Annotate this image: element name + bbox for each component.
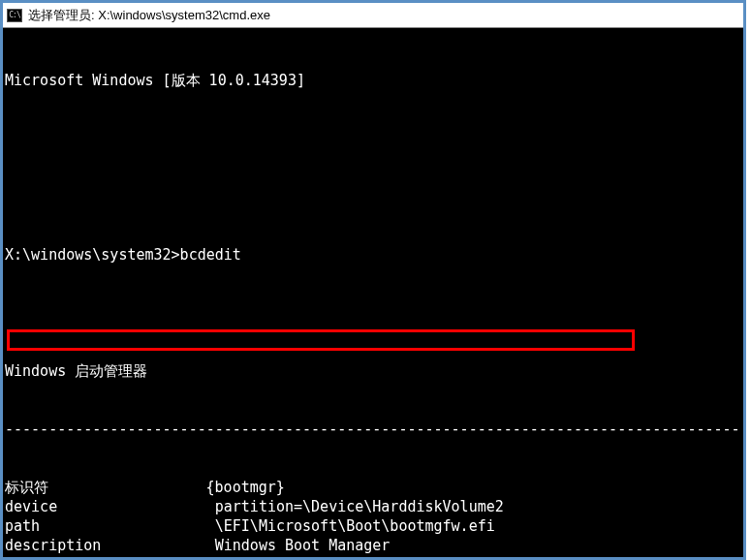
section-heading: Windows 启动管理器 bbox=[5, 361, 741, 381]
output-row: device partition=\Device\HarddiskVolume2 bbox=[5, 497, 741, 516]
section-divider: ----------------------------------------… bbox=[5, 420, 741, 439]
blank-line bbox=[5, 129, 741, 148]
prompt-line: X:\windows\system32>bcdedit bbox=[5, 245, 741, 264]
output-row: locale zh-CN bbox=[5, 555, 741, 557]
cmd-window: C:\ 选择管理员: X:\windows\system32\cmd.exe M… bbox=[3, 3, 743, 557]
version-line: Microsoft Windows [版本 10.0.14393] bbox=[5, 71, 741, 90]
highlight-annotation bbox=[7, 329, 635, 351]
title-bar[interactable]: C:\ 选择管理员: X:\windows\system32\cmd.exe bbox=[3, 3, 743, 28]
window-title: 选择管理员: X:\windows\system32\cmd.exe bbox=[28, 7, 270, 24]
blank-line bbox=[5, 187, 741, 206]
blank-line bbox=[5, 303, 741, 323]
output-row: path \EFI\Microsoft\Boot\bootmgfw.efi bbox=[5, 516, 741, 536]
output-row: 标识符 {bootmgr} bbox=[5, 478, 741, 497]
terminal-output[interactable]: Microsoft Windows [版本 10.0.14393] X:\win… bbox=[3, 28, 743, 557]
output-row: description Windows Boot Manager bbox=[5, 536, 741, 555]
cmd-icon: C:\ bbox=[7, 9, 22, 22]
